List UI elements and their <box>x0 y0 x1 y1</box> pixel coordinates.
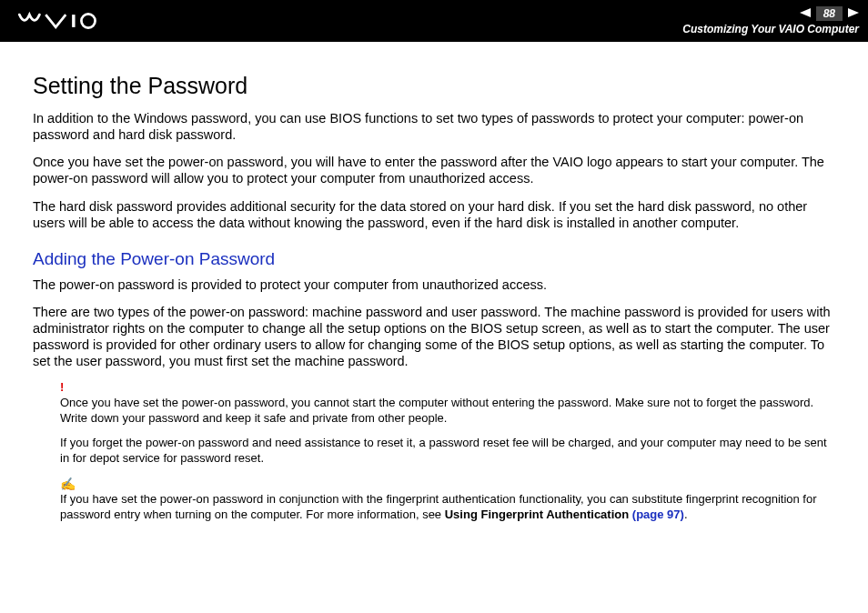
page-title: Setting the Password <box>33 73 835 99</box>
section-label: Customizing Your VAIO Computer <box>682 23 859 35</box>
link-page-ref[interactable]: (page 97) <box>632 507 684 521</box>
page-number: 88 <box>816 6 843 21</box>
warning-text-1: Once you have set the power-on password,… <box>60 396 835 427</box>
svg-point-1 <box>81 14 95 27</box>
page-nav: 88 <box>800 6 859 21</box>
sub1-paragraph-1: The power-on password is provided to pro… <box>33 276 835 293</box>
info-note: ✍ If you have set the power-on password … <box>60 476 835 523</box>
vaio-logo <box>18 11 118 31</box>
intro-paragraph-2: Once you have set the power-on password,… <box>33 154 835 186</box>
info-text-pre: If you have set the power-on password in… <box>60 492 817 521</box>
header-bar: 88 Customizing Your VAIO Computer <box>0 0 868 42</box>
svg-marker-2 <box>800 8 811 17</box>
intro-paragraph-3: The hard disk password provides addition… <box>33 198 835 231</box>
sub1-paragraph-2: There are two types of the power-on pass… <box>33 304 835 370</box>
svg-marker-3 <box>848 8 859 17</box>
link-label: Using Fingerprint Authentication <box>445 507 632 521</box>
warning-text-2: If you forget the power-on password and … <box>60 436 835 467</box>
warning-note: ! Once you have set the power-on passwor… <box>60 380 835 466</box>
next-page-arrow-icon[interactable] <box>848 7 859 20</box>
info-icon: ✍ <box>60 476 835 492</box>
header-right: 88 Customizing Your VAIO Computer <box>682 0 859 42</box>
warning-icon: ! <box>60 380 835 396</box>
page-content: Setting the Password In addition to the … <box>0 42 868 550</box>
prev-page-arrow-icon[interactable] <box>800 7 811 20</box>
svg-rect-0 <box>72 15 75 27</box>
intro-paragraph-1: In addition to the Windows password, you… <box>33 110 835 143</box>
subsection-heading: Adding the Power-on Password <box>33 249 835 269</box>
info-text-post: . <box>684 507 688 521</box>
